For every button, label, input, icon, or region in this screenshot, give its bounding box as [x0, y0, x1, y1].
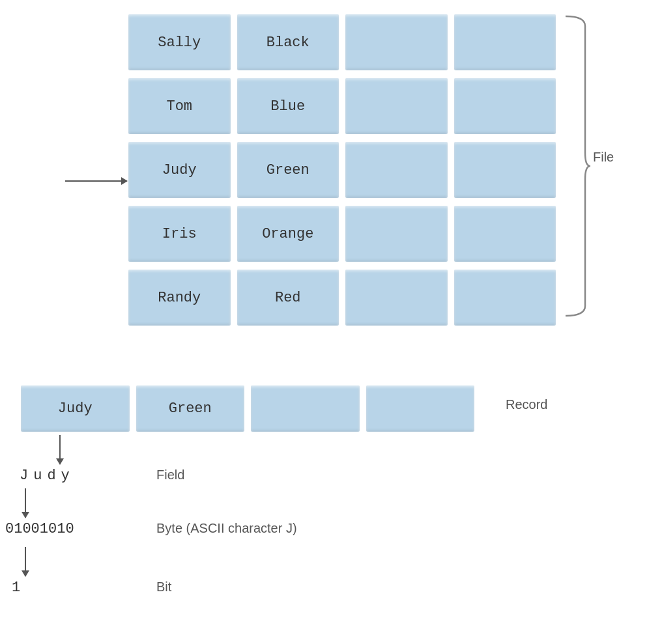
- arrow-record-to-field: [59, 435, 61, 464]
- record-label: Record: [506, 397, 547, 412]
- byte-value: 01001010: [5, 521, 74, 537]
- arrow-to-judy: [65, 180, 127, 182]
- cell-red: Red: [236, 268, 341, 327]
- cell-rec-c4: [365, 384, 476, 433]
- cell-r3c4: [453, 204, 558, 263]
- cell-r0c3: [344, 13, 449, 72]
- file-row-3: Iris Orange: [127, 204, 557, 263]
- cell-r1c3: [344, 77, 449, 135]
- cell-blue: Blue: [236, 77, 341, 135]
- field-char-y: y: [61, 468, 70, 484]
- cell-iris: Iris: [127, 204, 232, 263]
- cell-r3c3: [344, 204, 449, 263]
- cell-tom: Tom: [127, 77, 232, 135]
- cell-green-record: Green: [135, 384, 246, 433]
- byte-label: Byte (ASCII character J): [156, 521, 297, 536]
- cell-r2c3: [344, 141, 449, 199]
- bit-label: Bit: [156, 580, 171, 595]
- file-row-2: Judy Green: [127, 141, 557, 199]
- file-row-4: Randy Red: [127, 268, 557, 327]
- file-row-0: Sally Black: [127, 13, 557, 72]
- arrow-byte-to-bit: [25, 547, 26, 576]
- cell-r1c4: [453, 77, 558, 135]
- file-row-1: Tom Blue: [127, 77, 557, 135]
- file-table: Sally Black Tom Blue Judy Green Iris Ora…: [127, 13, 557, 332]
- field-char-u: u: [33, 468, 42, 484]
- file-brace: [559, 13, 592, 319]
- cell-rec-c3: [250, 384, 361, 433]
- cell-judy-record: Judy: [20, 384, 131, 433]
- field-chars-row: J u d y: [20, 468, 70, 484]
- bit-value: 1: [12, 580, 20, 596]
- arrow-field-to-byte: [25, 488, 26, 518]
- record-row: Judy Green: [20, 384, 476, 433]
- field-char-j: J: [20, 468, 28, 484]
- cell-r4c3: [344, 268, 449, 327]
- cell-r4c4: [453, 268, 558, 327]
- cell-r0c4: [453, 13, 558, 72]
- cell-judy-file: Judy: [127, 141, 232, 199]
- cell-green: Green: [236, 141, 341, 199]
- cell-orange: Orange: [236, 204, 341, 263]
- cell-randy: Randy: [127, 268, 232, 327]
- field-char-d: d: [47, 468, 55, 484]
- file-label: File: [593, 150, 614, 165]
- cell-r2c4: [453, 141, 558, 199]
- cell-sally: Sally: [127, 13, 232, 72]
- cell-black: Black: [236, 13, 341, 72]
- field-label: Field: [156, 468, 184, 483]
